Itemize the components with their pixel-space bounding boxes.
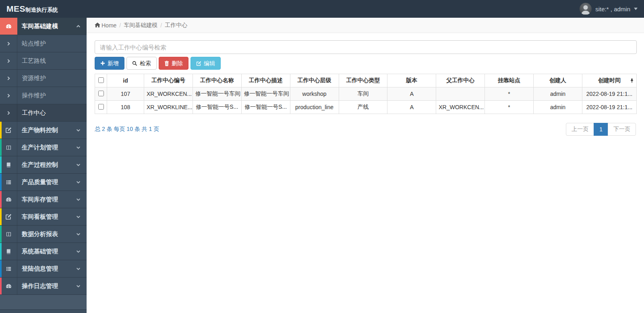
- page-number-button[interactable]: 1: [594, 123, 608, 136]
- table-cell: *: [485, 87, 534, 101]
- accent-bar: [0, 260, 2, 277]
- pin-icon[interactable]: [630, 78, 634, 83]
- pagination-summary: 总 2 条 每页 10 条 共 1 页: [95, 126, 159, 133]
- sidebar-group-label: 登陆信息管理: [22, 265, 58, 273]
- column-header: 父工作中心: [436, 74, 485, 87]
- table-cell: 产线: [339, 101, 387, 114]
- chevron-down-icon: [76, 145, 81, 150]
- accent-bar: [0, 226, 2, 243]
- breadcrumb-item[interactable]: 车间基础建模: [124, 22, 157, 29]
- dashboard-icon: [0, 18, 17, 35]
- table-cell: admin: [534, 87, 582, 101]
- table-cell: XR_WORKCEN...: [436, 101, 485, 114]
- edit-button[interactable]: 编辑: [191, 57, 221, 70]
- edit-icon: [5, 214, 12, 220]
- select-all-checkbox[interactable]: [98, 77, 104, 83]
- data-table-wrap: id工作中心编号工作中心名称工作中心描述工作中心层级工作中心类型版本父工作中心挂…: [95, 74, 637, 114]
- row-select-cell: [95, 101, 107, 114]
- user-menu[interactable]: site:* , admin: [580, 3, 644, 15]
- sidebar-subitem[interactable]: 操作维护: [0, 87, 87, 104]
- sidebar-subitem[interactable]: 资源维护: [0, 70, 87, 87]
- delete-button[interactable]: 删除: [159, 57, 188, 70]
- table-row[interactable]: 107XR_WORKCEN...修一智能一号车间修一智能一号车间workshop…: [95, 87, 637, 101]
- home-icon: [95, 23, 100, 28]
- chevron-right-icon: [6, 59, 11, 63]
- caret-down-icon: [634, 8, 638, 10]
- table-row[interactable]: 108XR_WORKLINE...修一智能一号S...修一智能一号S...pro…: [95, 101, 637, 114]
- column-header: 工作中心编号: [144, 74, 193, 87]
- sidebar-subitem[interactable]: 站点维护: [0, 35, 87, 52]
- chevron-right-icon: [6, 111, 11, 115]
- sidebar-group[interactable]: 操作日志管理: [0, 278, 87, 295]
- sidebar-group[interactable]: 数据分析报表: [0, 226, 87, 243]
- sidebar-group-active[interactable]: 车间基础建模: [0, 18, 87, 35]
- table-cell: *: [485, 101, 534, 114]
- table-cell: 108: [107, 101, 144, 114]
- column-header: id: [107, 74, 144, 87]
- chevron-down-icon: [76, 197, 81, 202]
- sidebar-group[interactable]: 生产计划管理: [0, 139, 87, 156]
- row-checkbox[interactable]: [98, 104, 104, 110]
- sidebar-group-label: 生产过程控制: [22, 161, 58, 169]
- table-cell: XR_WORKCEN...: [144, 87, 193, 101]
- column-header-label: 创建人: [549, 77, 566, 83]
- sidebar-group-label: 生产计划管理: [22, 144, 58, 151]
- table-cell: 车间: [339, 87, 387, 101]
- sidebar-group[interactable]: 生产过程控制: [0, 156, 87, 174]
- chevron-right-icon: [6, 93, 11, 98]
- add-button[interactable]: 新增: [95, 57, 124, 70]
- columns-icon: [6, 231, 12, 237]
- avatar: [580, 3, 592, 15]
- plus-icon: [100, 61, 105, 66]
- sidebar: 车间基础建模 站点维护工艺路线资源维护操作维护工作中心 生产物料控制生产计划管理…: [0, 18, 87, 313]
- chevron-right-icon: [6, 76, 11, 81]
- columns-icon: [6, 145, 12, 151]
- search-button-label: 检索: [140, 60, 151, 66]
- search-button[interactable]: 检索: [126, 57, 157, 70]
- toolbar: 新增 检索 删除 编辑: [95, 57, 637, 70]
- sidebar-group-label: 系统基础管理: [22, 248, 58, 255]
- next-page-button[interactable]: 下一页: [608, 123, 636, 136]
- table-cell: XR_WORKLINE...: [144, 101, 193, 114]
- chevron-down-icon: [76, 267, 81, 271]
- sidebar-group[interactable]: 车间库存管理: [0, 191, 87, 208]
- search-input[interactable]: [95, 40, 637, 54]
- sidebar-group[interactable]: 产品质量管理: [0, 174, 87, 191]
- sidebar-subitem-label: 工作中心: [22, 109, 46, 117]
- sidebar-subitem[interactable]: 工作中心: [0, 104, 87, 122]
- accent-bar: [0, 243, 2, 260]
- sidebar-group[interactable]: 车间看板管理: [0, 208, 87, 226]
- table-cell: 修一智能一号车间: [193, 87, 241, 101]
- table-cell: workshop: [290, 87, 339, 101]
- add-button-label: 新增: [108, 60, 119, 66]
- breadcrumb-separator: /: [157, 22, 165, 29]
- column-header-label: 工作中心编号: [151, 77, 185, 83]
- breadcrumb-home[interactable]: Home: [101, 22, 116, 29]
- sidebar-bottom-strip: [0, 309, 87, 313]
- sidebar-group[interactable]: 生产物料控制: [0, 122, 87, 139]
- column-header: 版本: [387, 74, 436, 87]
- column-header: 创建人: [534, 74, 582, 87]
- accent-bar: [0, 139, 2, 156]
- prev-page-button[interactable]: 上一页: [566, 123, 594, 136]
- sidebar-submenu: 站点维护工艺路线资源维护操作维护工作中心: [0, 35, 87, 122]
- breadcrumb: Home / 车间基础建模 / 工作中心: [87, 18, 644, 33]
- sidebar-subitem-label: 操作维护: [22, 92, 46, 99]
- sidebar-groups: 生产物料控制生产计划管理生产过程控制产品质量管理车间库存管理车间看板管理数据分析…: [0, 122, 87, 295]
- column-header: 挂靠站点: [485, 74, 534, 87]
- row-checkbox[interactable]: [98, 91, 104, 96]
- sidebar-group[interactable]: 登陆信息管理: [0, 260, 87, 278]
- table-cell: production_line: [290, 101, 339, 114]
- data-table: id工作中心编号工作中心名称工作中心描述工作中心层级工作中心类型版本父工作中心挂…: [95, 74, 637, 114]
- pagination: 总 2 条 每页 10 条 共 1 页 上一页 1 下一页: [95, 123, 637, 136]
- table-cell: 2022-08-19 21:1...: [582, 87, 637, 101]
- chevron-down-icon: [76, 249, 81, 254]
- chevron-down-icon: [76, 180, 81, 184]
- row-select-cell: [95, 87, 107, 101]
- sidebar-group-label: 生产物料控制: [22, 126, 58, 134]
- table-cell: 2022-08-19 21:1...: [582, 101, 637, 114]
- sidebar-subitem[interactable]: 工艺路线: [0, 52, 87, 70]
- sidebar-group[interactable]: 系统基础管理: [0, 243, 87, 260]
- edit-icon: [5, 127, 12, 133]
- sidebar-group-label: 操作日志管理: [22, 282, 58, 290]
